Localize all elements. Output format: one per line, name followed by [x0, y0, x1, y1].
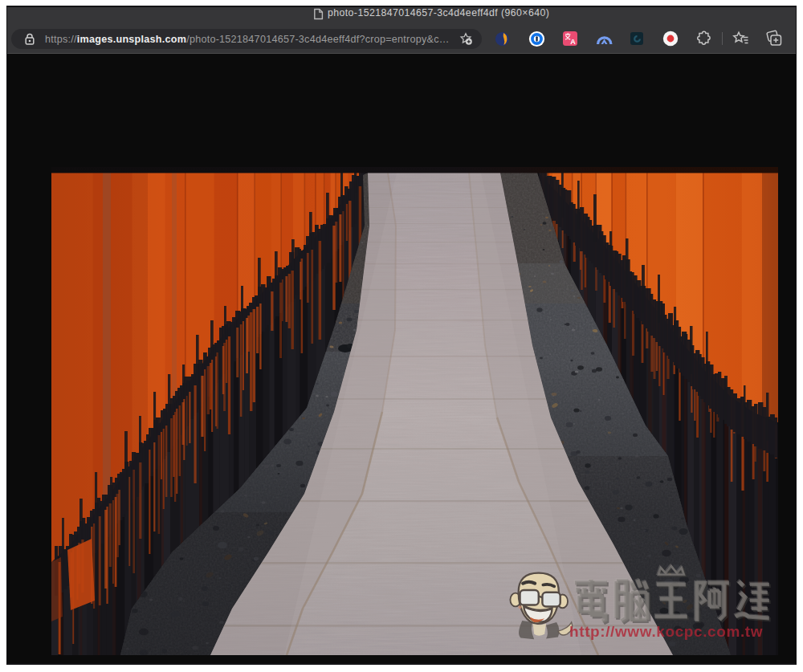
svg-text:A: A: [570, 38, 576, 46]
svg-text:http://www.kocpc.com.tw: http://www.kocpc.com.tw: [569, 623, 763, 640]
